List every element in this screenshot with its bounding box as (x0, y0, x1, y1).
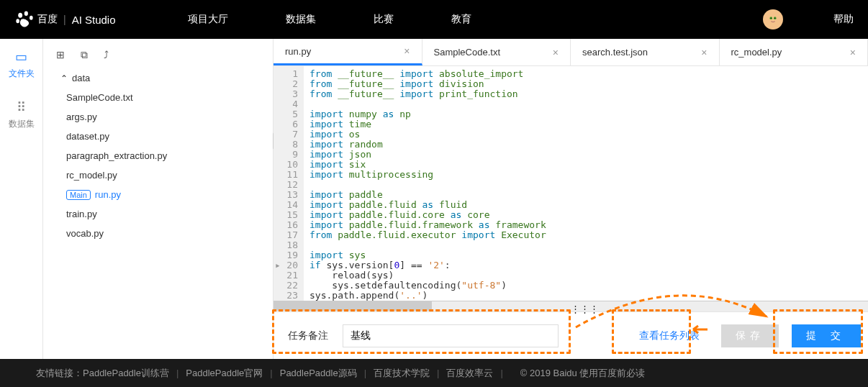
editor-tab[interactable]: SampleCode.txt× (422, 39, 571, 65)
line-number: 3 (273, 89, 298, 99)
nav-item[interactable]: 比赛 (374, 13, 394, 26)
code-line (309, 180, 862, 190)
rail-datasets[interactable]: ⠿ 数据集 (0, 89, 42, 140)
top-header: 百度|AI Studio 项目大厅数据集比赛教育 帮助 (0, 0, 868, 39)
line-number: 17 (273, 230, 298, 240)
logo[interactable]: 百度|AI Studio (14, 9, 116, 29)
svg-point-1 (24, 12, 28, 17)
new-folder-icon[interactable]: ⧉ (81, 49, 88, 61)
line-number: 2 (273, 79, 298, 89)
submit-button[interactable]: 提 交 (792, 324, 861, 347)
nav-item[interactable]: 项目大厅 (188, 13, 228, 26)
help-link[interactable]: 帮助 (833, 13, 854, 26)
close-icon[interactable]: × (553, 47, 559, 58)
code-line: import random (309, 140, 862, 150)
bottom-pane: 任务备注 查看任务列表 保存 提 交 (273, 311, 868, 359)
editor-tab[interactable]: run.py× (273, 39, 422, 65)
upload-icon[interactable]: ⤴ (104, 49, 109, 61)
line-number: 12 (273, 180, 298, 190)
tree-file[interactable]: vocab.py (50, 224, 266, 243)
svg-point-8 (774, 17, 775, 18)
file-name: dataset.py (66, 131, 109, 142)
tree-folder[interactable]: ⌃ data (50, 68, 266, 88)
code-line: import paddle (309, 190, 862, 200)
baidu-paw-icon (14, 9, 35, 29)
file-name: args.py (66, 111, 97, 122)
code-line: from paddle.fluid.executor import Execut… (309, 230, 862, 240)
tree-file[interactable]: dataset.py (50, 127, 266, 146)
editor-tab[interactable]: search.test.json× (571, 39, 720, 65)
nav-item[interactable]: 教育 (451, 13, 471, 26)
tree-file[interactable]: Mainrun.py (50, 185, 266, 204)
footer-link[interactable]: PaddlePaddle训练营 (83, 368, 169, 378)
avatar[interactable] (763, 9, 783, 29)
file-name: paragraph_extraction.py (66, 150, 167, 161)
line-number: 13 (273, 190, 298, 200)
line-number: 21 (273, 270, 298, 281)
new-file-icon[interactable]: ⊞ (56, 49, 65, 61)
code-line: import sys (309, 250, 862, 260)
tab-bar: run.py×SampleCode.txt×search.test.json×r… (273, 39, 868, 66)
svg-point-7 (771, 17, 772, 18)
dataset-icon: ⠿ (17, 99, 26, 115)
code-line: import six (309, 160, 862, 170)
tree-file[interactable]: SampleCode.txt (50, 88, 266, 107)
line-number: 18 (273, 240, 298, 250)
tree-file[interactable]: paragraph_extraction.py (50, 146, 266, 165)
code-line: import paddle.fluid.framework as framewo… (309, 220, 862, 230)
close-icon[interactable]: × (850, 47, 856, 58)
code-view[interactable]: 1234567891011121314151617181920▸21222324… (273, 66, 868, 301)
logo-studio: AI Studio (72, 14, 116, 26)
footer: 友情链接： PaddlePaddle训练营|PaddlePaddle官网|Pad… (0, 359, 868, 387)
code-line: from __future__ import absolute_import (309, 69, 862, 79)
close-icon[interactable]: × (701, 47, 707, 58)
tree-file[interactable]: train.py (50, 204, 266, 224)
logo-text: 百度 (37, 13, 58, 26)
hscroll-track[interactable]: ⋮⋮⋮ (273, 301, 868, 311)
line-number: 9 (273, 150, 298, 160)
line-number: 19 (273, 250, 298, 260)
file-name: SampleCode.txt (66, 92, 133, 103)
footer-copyright: © 2019 Baidu 使用百度前必读 (520, 367, 646, 380)
svg-point-4 (766, 12, 780, 27)
close-icon[interactable]: × (404, 45, 410, 57)
code-line: import paddle.fluid.core as core (309, 210, 862, 220)
rail-files[interactable]: ▭ 文件夹 (0, 39, 42, 89)
footer-link[interactable]: 百度效率云 (446, 368, 493, 378)
line-gutter: 1234567891011121314151617181920▸21222324 (273, 66, 304, 301)
save-button[interactable]: 保存 (721, 324, 779, 347)
view-task-list-link[interactable]: 查看任务列表 (639, 329, 700, 342)
file-name: vocab.py (66, 228, 104, 239)
editor-tab[interactable]: rc_model.py× (720, 39, 869, 65)
hscroll-thumb[interactable] (273, 301, 432, 311)
line-number: 8 (273, 140, 298, 150)
task-note-input[interactable] (343, 324, 559, 347)
footer-link[interactable]: 百度技术学院 (374, 368, 430, 378)
code-line: import paddle.fluid as fluid (309, 200, 862, 210)
line-number: 11 (273, 170, 298, 180)
tab-label: search.test.json (582, 47, 648, 58)
code-line (309, 240, 862, 250)
folder-icon: ▭ (15, 49, 27, 65)
line-number: 16 (273, 220, 298, 230)
code-body[interactable]: from __future__ import absolute_importfr… (304, 66, 868, 301)
tab-label: run.py (285, 46, 311, 57)
svg-point-2 (30, 16, 33, 20)
main-badge: Main (66, 190, 91, 200)
footer-link[interactable]: PaddlePaddle源码 (280, 368, 357, 378)
code-line: if sys.version[0] == '2': (309, 260, 862, 270)
tab-label: rc_model.py (731, 47, 782, 58)
footer-link[interactable]: PaddlePaddle官网 (186, 368, 263, 378)
line-number: 15 (273, 210, 298, 220)
file-name: run.py (95, 189, 121, 200)
code-line: import time (309, 119, 862, 129)
tree-file[interactable]: args.py (50, 107, 266, 127)
code-line: import multiprocessing (309, 170, 862, 180)
code-line (309, 99, 862, 109)
tree-file[interactable]: rc_model.py (50, 165, 266, 185)
nav-item[interactable]: 数据集 (286, 13, 316, 26)
hscroll-grip-icon: ⋮⋮⋮ (571, 304, 577, 309)
line-number: 10 (273, 160, 298, 170)
line-number: 22 (273, 281, 298, 291)
code-line: import numpy as np (309, 109, 862, 119)
